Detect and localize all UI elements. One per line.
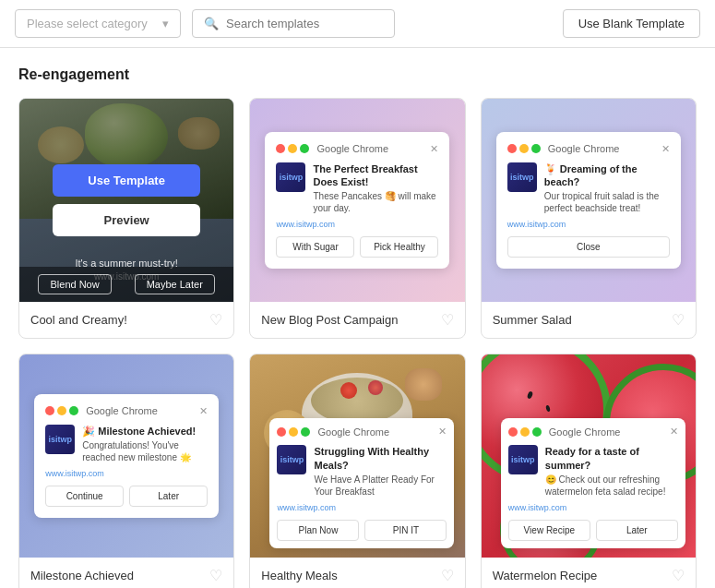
card-preview-3: Google Chrome ✕ isitwp 🍹 Dreaming of the… [482,99,696,302]
card4-name: Milestone Achieved [30,569,134,582]
chrome-header-2: Google Chrome ✕ [276,143,438,155]
chrome-close-6[interactable]: ✕ [670,426,678,438]
card1-footer: Cool and Creamy! ♡ [19,302,233,338]
popup-body-5: We Have A Platter Ready For Your Breakfa… [314,474,447,498]
template-card-4: Google Chrome ✕ isitwp 🎉 Milestone Achie… [18,354,234,588]
popup-body-2: These Pancakes 🥞 will make your day. [313,190,438,214]
chrome-label-6: Google Chrome [508,426,621,438]
popup-title-2: The Perfect Breakfast Does Exist! [313,162,438,189]
popup-btn-with-sugar[interactable]: With Sugar [276,236,354,258]
popup-btn-pin-it[interactable]: PIN IT [364,520,447,541]
preview-button[interactable]: Preview [53,204,200,236]
popup-btn-plan-now[interactable]: Plan Now [277,520,359,541]
popup-btn-continue[interactable]: Continue [45,486,124,507]
chrome-green-4 [69,406,78,415]
chrome-label-5: Google Chrome [277,426,389,438]
blend-now-button[interactable]: Blend Now [38,274,111,294]
card5-chrome-popup: Google Chrome ✕ isitwp Struggling With H… [269,418,454,548]
chrome-yellow-6 [520,427,530,437]
popup-buttons-2: With Sugar Pick Healthy [276,236,438,258]
heart-icon-4[interactable]: ♡ [209,567,222,584]
use-blank-template-button[interactable]: Use Blank Template [563,9,700,38]
search-input[interactable] [226,17,383,30]
chrome-label-4: Google Chrome [45,405,158,416]
section-title: Re-engagement [18,66,697,83]
chrome-label-2: Google Chrome [276,143,388,154]
maybe-later-button[interactable]: Maybe Later [135,274,215,294]
heart-icon-1[interactable]: ♡ [209,311,222,329]
chrome-traffic-lights-5 [277,427,310,437]
brand-logo-6: isitwp [508,445,538,474]
popup-brand-row-4: isitwp 🎉 Milestone Achieved! Congratulat… [45,425,208,463]
popup-buttons-6: View Recipe Later [508,520,678,541]
chrome-browser-label-6: Google Chrome [549,426,621,438]
heart-icon-3[interactable]: ♡ [672,311,685,329]
chrome-browser-label-3: Google Chrome [548,143,620,154]
popup-btn-later-4[interactable]: Later [129,486,208,507]
category-select[interactable]: Please select category ▾ [15,9,181,38]
use-template-button[interactable]: Use Template [53,164,200,197]
category-placeholder: Please select category [27,17,148,30]
card6-popup-overlay: Google Chrome ✕ isitwp Ready for a taste… [501,418,676,548]
heart-icon-2[interactable]: ♡ [441,311,454,329]
template-card-3: Google Chrome ✕ isitwp 🍹 Dreaming of the… [481,98,697,339]
bowl-content [311,378,403,424]
card1-buttons-area: Use Template Preview [53,164,200,236]
card2-name: New Blog Post Campaign [261,313,398,327]
popup-body-3: Our tropical fruit salad is the perfect … [544,190,670,214]
berry1 [340,382,357,399]
popup-btn-view-recipe[interactable]: View Recipe [508,520,590,541]
popup-brand-row-6: isitwp Ready for a taste of summer? 😊 Ch… [508,445,678,498]
template-card-2: Google Chrome ✕ isitwp The Perfect Break… [249,98,465,339]
popup-buttons-3: Close [507,236,670,258]
bread-item [405,368,442,401]
card4-footer: Milestone Achieved ♡ [19,558,233,588]
popup-body-4: Congratulations! You've reached new mile… [82,439,208,463]
card2-background: Google Chrome ✕ isitwp The Perfect Break… [250,99,464,302]
chrome-traffic-lights [276,144,309,153]
card6-chrome-popup: Google Chrome ✕ isitwp Ready for a taste… [501,418,685,548]
chevron-down-icon: ▾ [162,17,169,30]
chrome-header-4: Google Chrome ✕ [45,405,208,417]
search-box: 🔍 [192,9,395,38]
popup-body-6: 😊 Check out our refreshing watermelon fe… [545,474,678,498]
chrome-header-6: Google Chrome ✕ [508,426,678,438]
chrome-close-4[interactable]: ✕ [199,405,208,417]
chrome-close-5[interactable]: ✕ [438,426,447,438]
card3-name: Summer Salad [493,313,572,327]
popup-title-6: Ready for a taste of summer? [545,445,678,472]
chrome-browser-label-5: Google Chrome [317,426,389,438]
card-preview-1: Use Template Preview It's a summer must-… [19,99,233,302]
card-preview-5: Google Chrome ✕ isitwp Struggling With H… [250,354,464,558]
heart-icon-6[interactable]: ♡ [672,567,685,584]
popup-text-5: Struggling With Healthy Meals? We Have A… [314,445,447,498]
chrome-header-3: Google Chrome ✕ [507,143,670,155]
card5-popup-overlay: Google Chrome ✕ isitwp Struggling With H… [269,418,445,548]
brand-logo-2: isitwp [276,162,305,192]
popup-btn-later-6[interactable]: Later [596,520,678,541]
template-card-6: Google Chrome ✕ isitwp Ready for a taste… [481,354,697,588]
popup-brand-row-2: isitwp The Perfect Breakfast Does Exist!… [276,162,438,215]
card3-chrome-popup: Google Chrome ✕ isitwp 🍹 Dreaming of the… [496,132,681,270]
chrome-close-3[interactable]: ✕ [661,143,670,155]
card6-footer: Watermelon Recipe ♡ [482,558,696,588]
popup-title-5: Struggling With Healthy Meals? [314,445,447,472]
berry2 [368,380,383,395]
popup-text-6: Ready for a taste of summer? 😊 Check out… [545,445,678,498]
chrome-label-3: Google Chrome [507,143,620,154]
popup-buttons-5: Plan Now PIN IT [277,520,447,541]
search-icon: 🔍 [204,17,219,30]
popup-url-3: www.isitwp.com [507,220,670,229]
popup-text-3: 🍹 Dreaming of the beach? Our tropical fr… [544,162,670,215]
chrome-header-5: Google Chrome ✕ [277,426,447,438]
popup-btn-pick-healthy[interactable]: Pick Healthy [360,236,438,258]
popup-title-3: 🍹 Dreaming of the beach? [544,162,670,189]
chrome-close-2[interactable]: ✕ [430,143,438,155]
template-card-1: Use Template Preview It's a summer must-… [18,98,234,339]
card3-background: Google Chrome ✕ isitwp 🍹 Dreaming of the… [482,99,696,302]
brand-logo-5: isitwp [277,445,306,474]
popup-btn-close[interactable]: Close [507,236,670,258]
chrome-red-5 [277,427,286,437]
heart-icon-5[interactable]: ♡ [441,567,454,584]
card6-container: Google Chrome ✕ isitwp Ready for a taste… [482,354,696,558]
